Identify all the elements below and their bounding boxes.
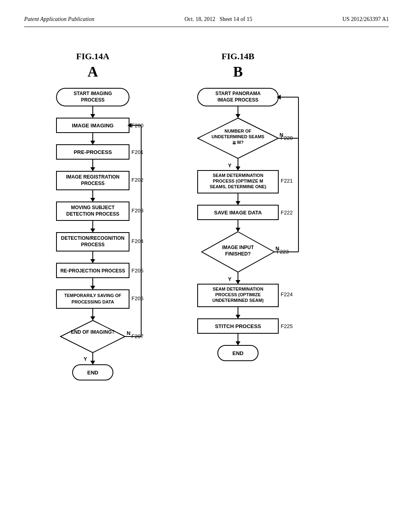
svg-marker-4 — [90, 114, 95, 118]
fig14a-title: FIG.14A — [76, 51, 110, 62]
svg-marker-9 — [90, 141, 95, 145]
svg-text:UNDETERMINED SEAM): UNDETERMINED SEAM) — [212, 298, 263, 303]
fig14b-title: FIG.14B — [221, 51, 254, 62]
svg-text:SAVE IMAGE DATA: SAVE IMAGE DATA — [214, 210, 262, 216]
svg-marker-37 — [90, 286, 95, 290]
svg-text:F222: F222 — [281, 210, 293, 216]
svg-text:UNDETERMINED SEAMS: UNDETERMINED SEAMS — [212, 134, 265, 139]
svg-rect-38 — [56, 290, 129, 308]
svg-text:DETECTION/RECOGNITION: DETECTION/RECOGNITION — [61, 235, 124, 241]
svg-marker-43 — [90, 316, 95, 320]
svg-text:PROCESS (OPTIMIZE: PROCESS (OPTIMIZE — [215, 292, 261, 297]
svg-text:STITCH PROCESS: STITCH PROCESS — [215, 323, 261, 329]
fig14a-flowchart: START IMAGING PROCESS IMAGE IMAGING F200… — [36, 88, 149, 411]
svg-marker-14 — [90, 167, 95, 171]
svg-text:END: END — [87, 370, 98, 376]
svg-text:PROCESS (OPTIMIZE M: PROCESS (OPTIMIZE M — [213, 179, 263, 183]
svg-text:FINISHED?: FINISHED? — [225, 251, 250, 257]
svg-text:IMAGE IMAGING: IMAGE IMAGING — [72, 123, 113, 129]
svg-text:IMAGE PROCESS: IMAGE PROCESS — [217, 97, 258, 103]
header-date-sheet: Oct. 18, 2012 Sheet 14 of 15 — [184, 16, 252, 23]
svg-marker-44 — [60, 320, 125, 353]
svg-text:Y: Y — [228, 162, 232, 168]
svg-text:F221: F221 — [281, 178, 293, 184]
header-patent-number: US 2012/263397 A1 — [342, 16, 389, 23]
svg-text:RE-PROJECTION PROCESS: RE-PROJECTION PROCESS — [60, 268, 125, 274]
svg-marker-61 — [236, 114, 240, 118]
svg-marker-26 — [90, 229, 95, 233]
svg-text:SEAM DETERMINATION: SEAM DETERMINATION — [213, 173, 263, 178]
svg-marker-86 — [236, 228, 240, 232]
figure-14a: FIG.14A A START IMAGING PROCESS IMAGE IM… — [36, 51, 149, 411]
figure-14b: FIG.14B B START PANORAMA IMAGE PROCESS N… — [173, 51, 302, 411]
svg-text:NUMBER OF: NUMBER OF — [225, 129, 252, 133]
svg-marker-32 — [90, 259, 95, 263]
svg-marker-81 — [236, 201, 240, 205]
figures-container: FIG.14A A START IMAGING PROCESS IMAGE IM… — [24, 51, 389, 411]
svg-text:Y: Y — [83, 356, 87, 362]
svg-text:F206: F206 — [131, 295, 144, 301]
svg-text:IMAGE INPUT: IMAGE INPUT — [222, 245, 254, 250]
svg-text:F201: F201 — [131, 149, 144, 155]
header-divider — [24, 27, 389, 27]
svg-text:PROCESS: PROCESS — [81, 242, 105, 247]
svg-text:PROCESSING DATA: PROCESSING DATA — [71, 299, 114, 304]
header-publication: Patent Application Publication — [24, 16, 94, 23]
svg-text:SEAM DETERMINATION: SEAM DETERMINATION — [213, 287, 263, 291]
svg-text:≧ M?: ≧ M? — [232, 140, 244, 145]
svg-marker-74 — [236, 166, 240, 170]
svg-text:F224: F224 — [281, 291, 293, 297]
svg-text:TEMPORARILY SAVING OF: TEMPORARILY SAVING OF — [64, 293, 121, 298]
svg-text:PROCESS: PROCESS — [81, 181, 105, 186]
svg-text:SEAMS, DETERMINE ONE): SEAMS, DETERMINE ONE) — [210, 184, 267, 189]
svg-text:END: END — [232, 350, 243, 356]
fig14b-letter: B — [233, 63, 243, 80]
svg-text:PRE-PROCESS: PRE-PROCESS — [74, 149, 112, 155]
svg-text:START PANORAMA: START PANORAMA — [215, 91, 261, 96]
svg-text:PROCESS: PROCESS — [81, 97, 105, 103]
svg-text:F203: F203 — [131, 208, 144, 214]
svg-text:N: N — [275, 245, 279, 251]
svg-text:F202: F202 — [131, 177, 144, 183]
svg-text:IMAGE REGISTRATION: IMAGE REGISTRATION — [66, 174, 119, 180]
svg-text:F225: F225 — [281, 323, 293, 329]
header: Patent Application Publication Oct. 18, … — [24, 16, 389, 23]
svg-text:END OF IMAGING?: END OF IMAGING? — [71, 329, 115, 335]
svg-text:Y: Y — [228, 276, 232, 282]
svg-marker-53 — [90, 361, 95, 365]
svg-text:N: N — [127, 330, 130, 336]
svg-text:DETECTION PROCESS: DETECTION PROCESS — [66, 211, 119, 217]
page: Patent Application Publication Oct. 18, … — [0, 0, 413, 532]
svg-text:N: N — [280, 132, 283, 138]
svg-marker-108 — [236, 341, 240, 345]
fig14b-flowchart: START PANORAMA IMAGE PROCESS NUMBER OF U… — [173, 88, 302, 411]
svg-text:F204: F204 — [131, 238, 144, 244]
svg-text:START IMAGING: START IMAGING — [73, 91, 112, 96]
svg-text:F205: F205 — [131, 268, 144, 274]
svg-marker-20 — [90, 198, 95, 202]
fig14a-letter: A — [88, 63, 98, 80]
svg-marker-96 — [236, 280, 240, 284]
svg-marker-103 — [236, 315, 240, 319]
svg-text:MOVING SUBJECT: MOVING SUBJECT — [71, 205, 115, 210]
